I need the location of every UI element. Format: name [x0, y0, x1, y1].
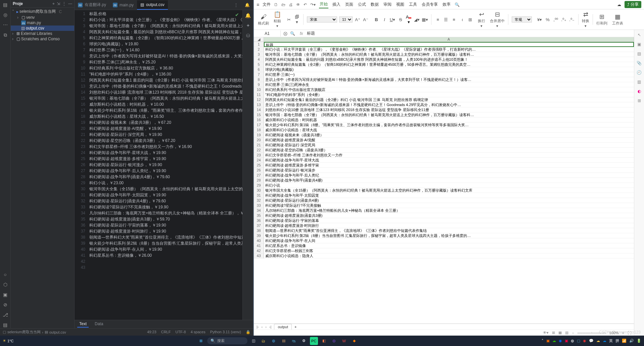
table-row[interactable]: 13意识上传中（特德·姜的科幻偶像×新海诚的灵感来源！不愧是硬科幻之王！Good… — [254, 102, 634, 107]
row-header[interactable]: 37 — [254, 223, 264, 228]
tray-app7-icon[interactable]: 💬 — [589, 339, 594, 343]
table-row[interactable]: 37科幻硬阅读·超维度漫游·时间旅行 — [254, 223, 634, 228]
cell[interactable]: 科幻硬阅读·星空的召唤（函套共3册） — [264, 148, 634, 153]
table-row[interactable]: 22科幻硬阅读·星空的召唤（函套共3册） — [254, 148, 634, 153]
locate-icon[interactable]: ⌖ — [52, 1, 55, 6]
store-icon[interactable]: 🛍 — [290, 337, 298, 345]
convert-button[interactable]: ⇄转换▾ — [581, 11, 591, 28]
row-header[interactable]: 22 — [254, 148, 264, 153]
weather-widget[interactable]: ☀1°C — [3, 339, 13, 343]
row-header[interactable]: 16 — [254, 117, 264, 122]
next-sheet-icon[interactable]: › — [265, 325, 267, 329]
hide-icon[interactable]: — — [68, 1, 72, 6]
editor-content[interactable]: 标题,价格科幻小说：环太平洋套装（全三册），《变形金刚》《钢铁侠》作者、《星球大… — [88, 10, 242, 320]
table-row[interactable]: 40科幻硬阅读·战争与和平·在人间 — [254, 238, 634, 243]
menu-视图[interactable]: 视图 — [396, 1, 405, 8]
cell[interactable]: 凡尔纳科幻三部曲：海底两万里+格兰特船长的儿女+神秘岛（精装全译本 全三册） — [264, 208, 634, 213]
cell[interactable]: 科幻文学群星榜--纤维 三体作者刘慈欣又一力作 — [264, 153, 634, 158]
row-header[interactable]: 30 — [254, 188, 264, 193]
menu-页面[interactable]: 页面 — [344, 1, 354, 8]
row-header[interactable]: 7 — [254, 72, 264, 77]
code-line[interactable]: 科幻硬阅读·超维度漫游(函套共3册)，￥59.70 — [88, 216, 242, 222]
cell[interactable]: 科幻硬阅读·超维度漫游(函套共3册) — [264, 213, 634, 218]
row-header[interactable]: 27 — [254, 173, 264, 178]
cell[interactable]: 银河帝国：基地七部曲（全7册）（阿西莫夫：永恒的科幻经典！被马斯克用火箭送上太空… — [264, 112, 634, 117]
row-header[interactable]: 36 — [254, 218, 264, 223]
table-row[interactable]: 20科幻硬阅读·超维度漫游·AI觉醒 — [254, 138, 634, 143]
table-row[interactable]: 25科幻硬阅读·超维度漫游·多维宇宙 — [254, 163, 634, 168]
reader-view-icon[interactable]: ▥ — [565, 331, 568, 335]
row-header[interactable]: 11 — [254, 92, 264, 97]
table-row[interactable]: 9科幻世界·三体(三)死神永生 — [254, 82, 634, 87]
row-header[interactable]: 43 — [254, 253, 264, 258]
cell[interactable]: 刘慈欣科幻小说10册 流浪地球 三体123 时间移民 2018 生存实验 星际远… — [264, 107, 634, 112]
code-line[interactable]: 科幻硬阅读·超维度漫游·AI觉醒，￥19.90 — [88, 126, 242, 132]
tray-wechat-icon[interactable]: ☁ — [552, 339, 556, 343]
sheet-tab-output[interactable]: output — [274, 324, 292, 330]
start-button[interactable]: ⊞ — [197, 337, 205, 345]
table-row[interactable]: 3银河帝国：基地七部曲（全7册）（阿西莫夫：永恒的科幻经典！被马斯克用火箭送上太… — [254, 52, 634, 57]
merge-icon[interactable]: ⊞ — [467, 17, 473, 22]
code-line[interactable]: 科幻世界·三体(一)，￥14.80 — [88, 47, 242, 53]
code-line[interactable]: 标题,价格 — [88, 11, 242, 17]
row-header[interactable]: 26 — [254, 168, 264, 173]
code-line[interactable]: 威尔斯科幻小说精选：星球大战，￥16.50 — [88, 113, 242, 119]
spreadsheet-grid[interactable]: ◢A 1标题2科幻小说：环太平洋套装（全三册），《变形金刚》《钢铁侠》作者、《星… — [254, 37, 634, 324]
cell[interactable]: 朝闻道—世界科幻大奖"雨果奖"首位亚洲得主，《流浪地球》《三体》作者刘慈欣中短篇… — [264, 228, 634, 233]
code-line[interactable]: 科幻硬阅读·窥视未来（函套共3册），￥67.20 — [88, 119, 242, 126]
table-row[interactable]: 5科幻之神莱姆经典短篇集（全2册）（智商180的科幻之神莱姆！世界销量超4500… — [254, 62, 634, 67]
fx-cancel-icon[interactable]: ⨂ — [283, 31, 287, 36]
code-line[interactable]: 科幻经典系列 中信出版社官方旗舰店，￥36.80 — [88, 65, 242, 71]
tray-app2-icon[interactable]: ◉ — [559, 339, 562, 343]
cell[interactable]: 科幻硬阅读·战争与和平·后人类纪 — [264, 173, 634, 178]
cell[interactable]: 意识上传中（特德·姜的科幻偶像×新海诚的灵感来源！不愧是硬科幻之王！Goodre… — [264, 102, 634, 107]
zoom-in-icon[interactable]: + — [622, 331, 624, 335]
terminal-icon[interactable]: ▣ — [2, 291, 9, 298]
cell[interactable]: 标题 — [264, 42, 634, 47]
code-line[interactable]: 科幻硬阅读·超维度漫游·多维宇宙，￥19.90 — [88, 156, 242, 162]
code-line[interactable]: 科幻硬阅读·星际远行·银河漫步，￥19.90 — [88, 162, 242, 168]
menu-工具[interactable]: 工具 — [408, 1, 418, 8]
tree-venv[interactable]: ›▢venv — [11, 15, 74, 20]
tray-app4-icon[interactable]: ◍ — [571, 339, 574, 343]
row-header[interactable]: 38 — [254, 228, 264, 233]
cell[interactable]: 科幻硬阅读·星际远行·深空死局 — [264, 143, 634, 148]
name-box[interactable]: A1 — [254, 31, 281, 37]
encoding[interactable]: UTF-8 — [175, 330, 186, 334]
indent[interactable]: 4 spaces — [191, 330, 205, 334]
currency-icon[interactable]: ¥▾ — [537, 17, 543, 22]
row-header[interactable]: 9 — [254, 82, 264, 87]
tray-onedrive-icon[interactable]: ☁ — [603, 339, 606, 343]
notifications-icon[interactable]: 🔔 — [245, 13, 251, 18]
cell[interactable]: 科幻硬阅读·星际远行·宇宙的落幕 — [264, 218, 634, 223]
cell[interactable]: 科幻硬阅读·超维度漫游·AI觉醒 — [264, 138, 634, 143]
cell[interactable]: 科幻硬阅读·窥视未来（函套共3册） — [264, 133, 634, 138]
table-row[interactable]: 16威尔斯科幻小说精选：时间机器 — [254, 117, 634, 122]
cell[interactable]: 科幻硬阅读·战争与和平·星球大战 — [264, 158, 634, 163]
task-view-icon[interactable]: ◫ — [249, 337, 258, 345]
table-row[interactable]: 31科幻硬阅读·战争与和平·太阳囚笼 — [254, 193, 634, 198]
table-row[interactable]: 36科幻硬阅读·星际远行·宇宙的落幕 — [254, 218, 634, 223]
row-header[interactable]: 33 — [254, 203, 264, 208]
row-header[interactable]: 29 — [254, 183, 264, 188]
align-left-icon[interactable]: ≡ — [435, 17, 441, 22]
row-header[interactable]: 12 — [254, 97, 264, 102]
cell[interactable]: 银火箭少年科幻系列·第1辑（8册。"雨果奖"得主、三体作者刘慈欣主编，套装内作者… — [264, 122, 634, 128]
structure-tool-icon[interactable]: ⋯ — [2, 21, 9, 28]
breadcrumb-project[interactable]: selenium爬取当当网 — [7, 330, 41, 335]
number-format-select[interactable]: 常规 — [512, 16, 532, 22]
table-row[interactable]: 27科幻硬阅读·战争与和平·后人类纪 — [254, 173, 634, 178]
row-header[interactable]: 32 — [254, 198, 264, 203]
merge-centre[interactable]: ⊟合并居中▾ — [489, 11, 506, 28]
row-header[interactable]: 40 — [254, 238, 264, 243]
row-header[interactable]: 13 — [254, 102, 264, 107]
paste-button[interactable]: 📋粘贴▾ — [272, 11, 282, 28]
rowcol-button[interactable]: ⊞行和列 — [595, 13, 609, 26]
wifi-icon[interactable]: 📶 — [622, 339, 627, 343]
cell[interactable]: 科幻小说 — [264, 183, 634, 188]
tree-output-csv[interactable]: ▤output.csv — [11, 26, 74, 31]
fx-search-icon[interactable]: 🔍 — [290, 31, 295, 36]
cell[interactable]: 科幻经典系列 中信出版社官方旗舰店 — [264, 87, 634, 92]
code-line[interactable]: 科幻文学群星榜--纤维 三体作者刘慈欣又一力作，￥16.90 — [88, 144, 242, 150]
redo-icon[interactable]: ↷▾ — [310, 2, 316, 7]
